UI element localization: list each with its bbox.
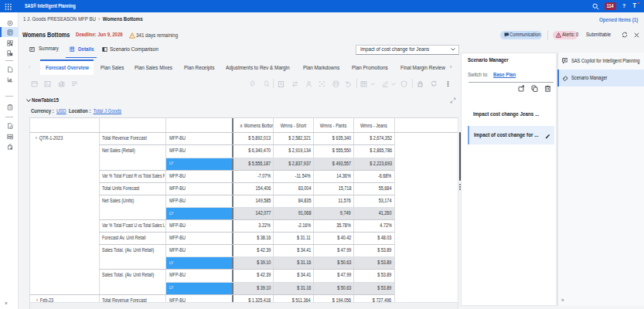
svg-text:G: G: [9, 107, 11, 110]
